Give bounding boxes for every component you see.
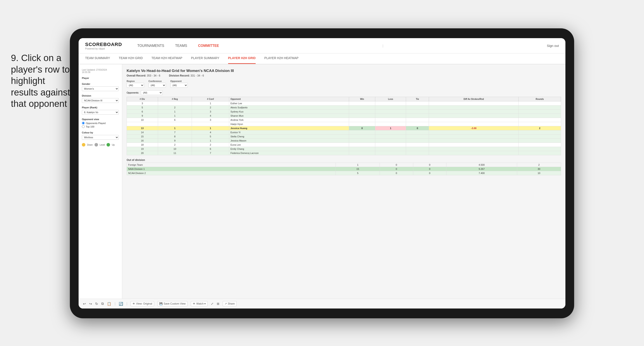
nav-committee[interactable]: COMMITTEE	[198, 43, 219, 49]
undo-icon[interactable]: ↩	[83, 302, 86, 306]
rounds-val: 10	[517, 171, 561, 175]
rounds-cell	[518, 151, 561, 155]
table-row[interactable]: 31Esther Lee	[127, 101, 561, 106]
diff-cell	[429, 130, 518, 135]
tie-cell	[406, 139, 429, 143]
cell-0: 5	[127, 106, 158, 110]
loss-cell	[375, 139, 406, 143]
tab-player-h2h-grid[interactable]: PLAYER H2H GRID	[228, 53, 256, 64]
table-row[interactable]: 613Sydney Kuo	[127, 110, 561, 114]
logo-sub: Powered by clippd	[85, 47, 122, 50]
diff-cell	[429, 147, 518, 151]
grid-title: Katelyn Vo Head-to-Head Grid for Women's…	[126, 69, 561, 73]
loss-cell	[375, 151, 406, 155]
loss-val: 0	[380, 163, 413, 167]
win-cell	[349, 101, 375, 106]
table-row[interactable]: 522Alexis Sudjianto	[127, 106, 561, 110]
paste-icon[interactable]: 📋	[107, 302, 111, 306]
table-row[interactable]: Haejo Hyun	[127, 122, 561, 126]
opponents-played-radio[interactable]	[82, 122, 85, 125]
share-button[interactable]: ↗ Share	[223, 301, 237, 306]
region-filter: Region (All)	[126, 80, 144, 88]
opponent-select[interactable]: (All)	[170, 83, 188, 88]
cell-2	[192, 122, 229, 126]
cell-0: 14	[127, 130, 158, 135]
top100-radio[interactable]	[82, 125, 85, 128]
copy-icon[interactable]: ⧉	[101, 302, 104, 306]
player-rank-select[interactable]: 8. Katelyn Vo	[82, 110, 119, 115]
main-content: Last Updated: 27/03/2024 16:55:38 Player…	[78, 64, 566, 299]
left-panel: Last Updated: 27/03/2024 16:55:38 Player…	[78, 64, 122, 299]
col-win: Win	[349, 97, 375, 101]
table-row[interactable]: 20117Federica Domecq Lacroze	[127, 151, 561, 155]
rounds-cell	[518, 101, 561, 106]
rounds-cell	[518, 147, 561, 151]
cell-1: 1	[158, 110, 192, 114]
view-original-button[interactable]: 👁 View: Original	[130, 301, 154, 306]
table-row[interactable]: 1822Euna Lee	[127, 143, 561, 147]
region-label: Region	[126, 80, 144, 82]
colour-by-select[interactable]: Win/loss	[82, 135, 119, 140]
table-row[interactable]: 1311Jessica Huang010-3.002	[127, 126, 561, 130]
team-label: NCAA Division 2	[127, 171, 336, 175]
out-of-division: Out of division Foreign Team 1 0 0 4.500…	[126, 159, 561, 175]
table-row[interactable]: 1474Eunice Yi	[127, 130, 561, 135]
col-loss: Loss	[375, 97, 406, 101]
cell-2: 4	[192, 114, 229, 118]
opponents-filter-row: Opponents: (All)	[126, 90, 561, 95]
separator2: |	[126, 302, 127, 306]
win-val: 5	[336, 171, 380, 175]
table-row[interactable]: 1063Andrea York	[127, 118, 561, 122]
table-row[interactable]: NAIA Division 1 15 0 0 9.267 30	[127, 167, 561, 171]
cell-0: 18	[127, 143, 158, 147]
redo2-icon[interactable]: ↻	[95, 302, 98, 306]
win-cell: 0	[349, 126, 375, 130]
cell-2: 2	[192, 106, 229, 110]
conference-select[interactable]: (All)	[148, 83, 166, 88]
loss-cell	[375, 130, 406, 135]
division-select[interactable]: NCAA Division III	[82, 98, 119, 103]
tab-player-h2h-heatmap[interactable]: PLAYER H2H HEATMAP	[264, 53, 299, 64]
gender-section: Gender Women's	[82, 83, 119, 91]
table-row[interactable]: 1585Stella Cheng	[127, 135, 561, 139]
nav-tournaments[interactable]: TOURNAMENTS	[137, 43, 164, 49]
cell-2: 1	[192, 101, 229, 106]
opponents-filter-select[interactable]: (All)	[141, 90, 163, 95]
colour-by-label: Colour by	[82, 131, 119, 134]
logo-text: SCOREBOARD	[85, 42, 122, 47]
player-rank-section: Player (Rank) 8. Katelyn Vo	[82, 106, 119, 115]
tie-cell	[406, 147, 429, 151]
cell-2: 7	[192, 151, 229, 155]
refresh-icon[interactable]: 🔄	[119, 302, 123, 306]
save-custom-view-button[interactable]: 💾 Save Custom View	[158, 301, 188, 306]
gender-select[interactable]: Women's	[82, 86, 119, 91]
dot-down	[82, 143, 85, 147]
tab-player-summary[interactable]: PLAYER SUMMARY	[191, 53, 219, 64]
cell-2: 2	[192, 143, 229, 147]
conference-filter: Conference (All)	[148, 80, 166, 88]
table-header-row: # Div # Reg # Conf Opponent Win Loss Tie…	[127, 97, 561, 101]
sign-out[interactable]: Sign out	[547, 44, 559, 47]
table-row[interactable]: 1691Jessica Mason	[127, 139, 561, 143]
win-cell	[349, 118, 375, 122]
table-row[interactable]: 914Sharon Mun	[127, 114, 561, 118]
redo-icon[interactable]: ↪	[89, 302, 92, 306]
cell-0: 6	[127, 110, 158, 114]
loss-cell	[375, 122, 406, 126]
region-select[interactable]: (All)	[126, 83, 144, 88]
tab-team-h2h-grid[interactable]: TEAM H2H GRID	[119, 53, 143, 64]
watch-button[interactable]: 👁 Watch ▾	[191, 301, 208, 306]
top100-radio-row: Top 100	[82, 125, 119, 128]
nav-teams[interactable]: TEAMS	[175, 43, 187, 49]
table-row[interactable]: 19106Emily Chang	[127, 147, 561, 151]
grid-icon[interactable]: ⊞	[217, 302, 220, 306]
tab-team-summary[interactable]: TEAM SUMMARY	[85, 53, 110, 64]
cell-2: 3	[192, 110, 229, 114]
cell-1: 8	[158, 135, 192, 139]
cell-1: 9	[158, 139, 192, 143]
tab-team-h2h-heatmap[interactable]: TEAM H2H HEATMAP	[152, 53, 182, 64]
resize-icon[interactable]: ⤢	[211, 302, 214, 306]
table-row[interactable]: Foreign Team 1 0 0 4.500 2	[127, 163, 561, 167]
tie-cell	[406, 130, 429, 135]
table-row[interactable]: NCAA Division 2 5 0 0 7.400 10	[127, 171, 561, 175]
